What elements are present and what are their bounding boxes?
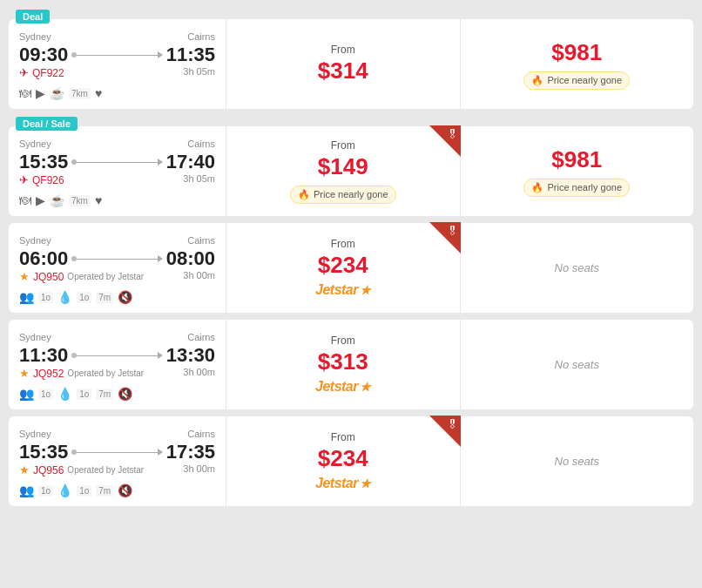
amenities-row: 👥 1o 💧 1o 7m 🔇 [19,483,215,497]
water-icon: 💧 [57,387,72,401]
times-row: 15:35 17:35 [19,441,215,463]
departure-time: 09:30 [19,44,68,66]
operated-by: Operated by Jetstar [67,272,144,281]
fire-icon-biz: 🔥 [531,75,543,86]
destination-label: Cairns [187,332,215,342]
flight-number-row: ★ JQ950 Operated by Jetstar [19,270,144,283]
no-audio-icon: 🔇 [118,483,132,497]
flight-info: Sydney Cairns 11:30 13:30 ★ JQ952 [9,320,226,409]
meal-icon: 🍽 [19,86,31,100]
departure-time: 06:00 [19,247,68,270]
flight-number-link[interactable]: JQ956 [33,464,64,476]
economy-price-cell[interactable]: 🎖 From $234 Jetstar★ [226,223,461,313]
reward-icon: 🎖 [447,128,458,141]
jetstar-icon: ★ [19,367,30,380]
economy-price-cell[interactable]: From $314 [226,19,461,109]
deal-badge: Deal / Sale [16,117,78,131]
arrival-time: 13:30 [166,344,215,367]
flight-row: Sydney Cairns 11:30 13:30 ★ JQ952 [9,320,693,409]
amenities-row: 👥 1o 💧 1o 7m 🔇 [19,290,215,304]
business-nearly-gone: 🔥 Price nearly gone [523,71,630,90]
deal-badge: Deal [16,10,50,24]
economy-price[interactable]: $314 [318,57,368,84]
jetstar-star-icon: ★ [360,476,371,490]
economy-price-cell[interactable]: 🎖 From $149 🔥 Price nearly gone [226,126,461,216]
jetstar-logo: Jetstar★ [315,379,370,395]
flight-card-2: Deal / Sale Sydney Cairns 15:35 17:40 [9,126,693,216]
nearly-gone-text-biz: Price nearly gone [547,182,622,193]
economy-nearly-gone: 🔥 Price nearly gone [290,186,396,204]
entertainment-icon: ▶ [36,86,45,100]
business-nearly-gone: 🔥 Price nearly gone [523,179,630,197]
times-row: 09:30 11:35 [19,44,215,66]
duration-label: 3h 00m [183,367,215,377]
duration-label: 3h 00m [183,270,215,280]
wifi-icon: ♥ [95,193,102,207]
no-seats-label: No seats [555,358,599,371]
route-header: Sydney Cairns [19,235,215,246]
jetstar-icon: ★ [19,270,30,283]
business-price-cell[interactable]: $981 🔥 Price nearly gone [461,126,694,216]
economy-price[interactable]: $313 [318,348,368,375]
reward-icon: 🎖 [447,418,458,431]
economy-price[interactable]: $149 [318,153,368,180]
route-header: Sydney Cairns [19,429,215,439]
route-arrow [68,449,165,456]
operated-by: Operated by Jetstar [67,465,144,475]
amenities-row: 👥 1o 💧 1o 7m 🔇 [19,387,215,401]
times-row: 06:00 08:00 [19,247,215,270]
business-price-cell[interactable]: No seats [461,416,694,506]
flight-number-link[interactable]: JQ952 [33,368,64,380]
destination-label: Cairns [187,139,215,149]
duration-label: 3h 00m [183,463,215,474]
jetstar-icon: ★ [19,463,30,476]
amenities-row: 🍽 ▶ ☕ 7km ♥ [19,193,215,207]
no-audio-icon: 🔇 [118,387,132,401]
flight-number-link[interactable]: QF922 [32,67,64,79]
flight-number-row: ★ JQ952 Operated by Jetstar [19,367,144,380]
arrival-time: 17:40 [166,151,215,173]
origin-label: Sydney [19,332,51,342]
nearly-gone-text-biz: Price nearly gone [547,75,622,85]
flight-card-4: Sydney Cairns 11:30 13:30 ★ JQ952 [9,320,693,409]
flight-row: Sydney Cairns 15:35 17:40 ✈ QF926 [9,126,693,216]
bag-icon: 1o [77,389,91,400]
economy-price[interactable]: $234 [318,252,368,279]
business-price[interactable]: $981 [551,146,602,173]
arrival-time: 17:35 [166,441,215,463]
water-icon: 💧 [57,290,72,304]
passengers-icon: 👥 [19,387,34,401]
no-audio-icon: 🔇 [118,290,132,304]
economy-from-label: From [331,238,355,250]
no-seats-label: No seats [555,455,599,468]
flight-card-3: Sydney Cairns 06:00 08:00 ★ JQ950 [9,223,693,313]
flight-info: Sydney Cairns 09:30 11:35 ✈ QF922 [9,19,226,109]
bag-icon: 1o [77,292,91,303]
flight-number-link[interactable]: QF926 [32,174,64,186]
flight-number-link[interactable]: JQ950 [33,271,64,283]
route-arrow [68,352,165,359]
no-seats-label: No seats [555,261,599,274]
flight-number-row: ✈ QF922 [19,66,64,79]
business-price[interactable]: $981 [551,39,602,66]
baggage-allowance: 7km [69,88,91,99]
business-price-cell[interactable]: $981 🔥 Price nearly gone [461,19,694,109]
baggage-allowance: 7km [69,195,91,206]
route-header: Sydney Cairns [19,31,215,42]
departure-time: 15:35 [19,441,68,463]
economy-price-cell[interactable]: 🎖 From $234 Jetstar★ [226,416,461,506]
qantas-icon: ✈ [19,173,29,186]
business-price-cell[interactable]: No seats [461,320,694,409]
economy-from-label: From [331,335,355,347]
flight-info: Sydney Cairns 15:35 17:40 ✈ QF926 [9,126,226,216]
destination-label: Cairns [187,429,215,439]
amenities-row: 🍽 ▶ ☕ 7km ♥ [19,86,215,100]
baggage2: 7m [96,292,113,303]
economy-price-cell[interactable]: From $313 Jetstar★ [226,320,461,409]
business-price-cell[interactable]: No seats [461,223,694,313]
jetstar-logo: Jetstar★ [315,282,370,298]
duration-label: 3h 05m [183,66,215,77]
economy-from-label: From [331,44,355,56]
economy-price[interactable]: $234 [318,445,368,472]
coffee-icon: ☕ [50,193,64,207]
